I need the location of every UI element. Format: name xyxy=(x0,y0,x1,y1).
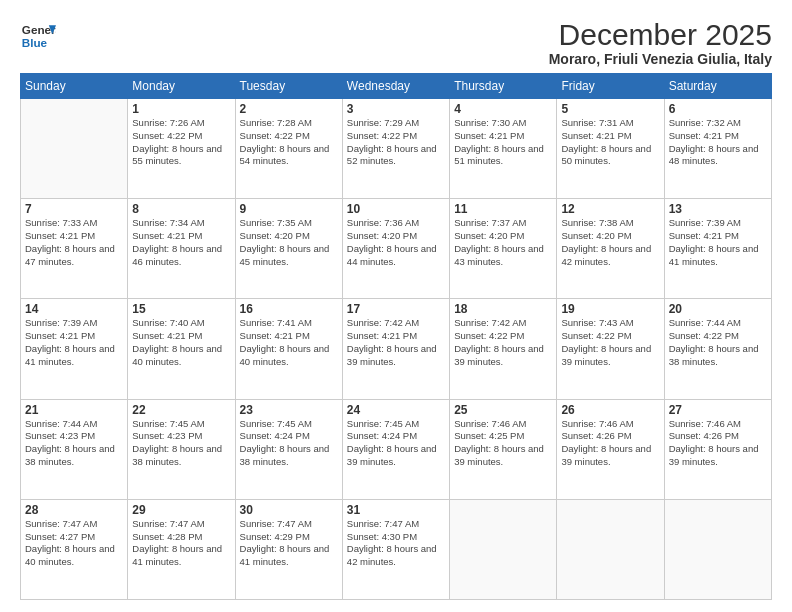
day-info: Sunrise: 7:45 AMSunset: 4:24 PMDaylight:… xyxy=(240,418,338,469)
day-number: 9 xyxy=(240,202,338,216)
table-row: 29Sunrise: 7:47 AMSunset: 4:28 PMDayligh… xyxy=(128,499,235,599)
sunset-text: Sunset: 4:21 PM xyxy=(669,230,767,243)
table-row: 8Sunrise: 7:34 AMSunset: 4:21 PMDaylight… xyxy=(128,199,235,299)
day-info: Sunrise: 7:44 AMSunset: 4:22 PMDaylight:… xyxy=(669,317,767,368)
day-info: Sunrise: 7:47 AMSunset: 4:27 PMDaylight:… xyxy=(25,518,123,569)
sunrise-text: Sunrise: 7:45 AM xyxy=(240,418,338,431)
day-info: Sunrise: 7:47 AMSunset: 4:29 PMDaylight:… xyxy=(240,518,338,569)
col-friday: Friday xyxy=(557,74,664,99)
daylight-text: Daylight: 8 hours and 41 minutes. xyxy=(132,543,230,569)
day-number: 29 xyxy=(132,503,230,517)
day-info: Sunrise: 7:46 AMSunset: 4:26 PMDaylight:… xyxy=(669,418,767,469)
table-row: 2Sunrise: 7:28 AMSunset: 4:22 PMDaylight… xyxy=(235,99,342,199)
daylight-text: Daylight: 8 hours and 51 minutes. xyxy=(454,143,552,169)
table-row: 20Sunrise: 7:44 AMSunset: 4:22 PMDayligh… xyxy=(664,299,771,399)
day-number: 27 xyxy=(669,403,767,417)
day-info: Sunrise: 7:40 AMSunset: 4:21 PMDaylight:… xyxy=(132,317,230,368)
col-wednesday: Wednesday xyxy=(342,74,449,99)
main-title: December 2025 xyxy=(549,18,772,51)
table-row: 26Sunrise: 7:46 AMSunset: 4:26 PMDayligh… xyxy=(557,399,664,499)
daylight-text: Daylight: 8 hours and 39 minutes. xyxy=(347,443,445,469)
day-info: Sunrise: 7:35 AMSunset: 4:20 PMDaylight:… xyxy=(240,217,338,268)
sunrise-text: Sunrise: 7:33 AM xyxy=(25,217,123,230)
table-row: 16Sunrise: 7:41 AMSunset: 4:21 PMDayligh… xyxy=(235,299,342,399)
calendar-week-0: 1Sunrise: 7:26 AMSunset: 4:22 PMDaylight… xyxy=(21,99,772,199)
sunrise-text: Sunrise: 7:47 AM xyxy=(347,518,445,531)
day-number: 12 xyxy=(561,202,659,216)
daylight-text: Daylight: 8 hours and 42 minutes. xyxy=(561,243,659,269)
sunset-text: Sunset: 4:22 PM xyxy=(561,330,659,343)
table-row xyxy=(450,499,557,599)
daylight-text: Daylight: 8 hours and 38 minutes. xyxy=(669,343,767,369)
sunrise-text: Sunrise: 7:38 AM xyxy=(561,217,659,230)
day-info: Sunrise: 7:32 AMSunset: 4:21 PMDaylight:… xyxy=(669,117,767,168)
daylight-text: Daylight: 8 hours and 46 minutes. xyxy=(132,243,230,269)
daylight-text: Daylight: 8 hours and 41 minutes. xyxy=(25,343,123,369)
sunset-text: Sunset: 4:23 PM xyxy=(132,430,230,443)
header: General Blue December 2025 Moraro, Friul… xyxy=(20,18,772,67)
day-number: 24 xyxy=(347,403,445,417)
sunset-text: Sunset: 4:23 PM xyxy=(25,430,123,443)
day-info: Sunrise: 7:45 AMSunset: 4:23 PMDaylight:… xyxy=(132,418,230,469)
sunset-text: Sunset: 4:20 PM xyxy=(347,230,445,243)
day-number: 19 xyxy=(561,302,659,316)
table-row: 25Sunrise: 7:46 AMSunset: 4:25 PMDayligh… xyxy=(450,399,557,499)
day-number: 14 xyxy=(25,302,123,316)
col-tuesday: Tuesday xyxy=(235,74,342,99)
day-info: Sunrise: 7:47 AMSunset: 4:28 PMDaylight:… xyxy=(132,518,230,569)
day-info: Sunrise: 7:34 AMSunset: 4:21 PMDaylight:… xyxy=(132,217,230,268)
day-info: Sunrise: 7:39 AMSunset: 4:21 PMDaylight:… xyxy=(669,217,767,268)
day-info: Sunrise: 7:45 AMSunset: 4:24 PMDaylight:… xyxy=(347,418,445,469)
table-row: 21Sunrise: 7:44 AMSunset: 4:23 PMDayligh… xyxy=(21,399,128,499)
daylight-text: Daylight: 8 hours and 39 minutes. xyxy=(561,343,659,369)
table-row: 1Sunrise: 7:26 AMSunset: 4:22 PMDaylight… xyxy=(128,99,235,199)
sunset-text: Sunset: 4:30 PM xyxy=(347,531,445,544)
table-row: 19Sunrise: 7:43 AMSunset: 4:22 PMDayligh… xyxy=(557,299,664,399)
day-info: Sunrise: 7:43 AMSunset: 4:22 PMDaylight:… xyxy=(561,317,659,368)
sunrise-text: Sunrise: 7:46 AM xyxy=(454,418,552,431)
sunrise-text: Sunrise: 7:40 AM xyxy=(132,317,230,330)
sunrise-text: Sunrise: 7:43 AM xyxy=(561,317,659,330)
day-info: Sunrise: 7:47 AMSunset: 4:30 PMDaylight:… xyxy=(347,518,445,569)
table-row: 7Sunrise: 7:33 AMSunset: 4:21 PMDaylight… xyxy=(21,199,128,299)
daylight-text: Daylight: 8 hours and 42 minutes. xyxy=(347,543,445,569)
day-info: Sunrise: 7:46 AMSunset: 4:25 PMDaylight:… xyxy=(454,418,552,469)
day-number: 8 xyxy=(132,202,230,216)
col-saturday: Saturday xyxy=(664,74,771,99)
table-row xyxy=(664,499,771,599)
sunset-text: Sunset: 4:21 PM xyxy=(347,330,445,343)
sunset-text: Sunset: 4:21 PM xyxy=(132,230,230,243)
sunrise-text: Sunrise: 7:47 AM xyxy=(132,518,230,531)
daylight-text: Daylight: 8 hours and 39 minutes. xyxy=(347,343,445,369)
day-info: Sunrise: 7:29 AMSunset: 4:22 PMDaylight:… xyxy=(347,117,445,168)
daylight-text: Daylight: 8 hours and 40 minutes. xyxy=(25,543,123,569)
day-number: 13 xyxy=(669,202,767,216)
sunrise-text: Sunrise: 7:34 AM xyxy=(132,217,230,230)
day-info: Sunrise: 7:38 AMSunset: 4:20 PMDaylight:… xyxy=(561,217,659,268)
daylight-text: Daylight: 8 hours and 39 minutes. xyxy=(454,343,552,369)
day-number: 20 xyxy=(669,302,767,316)
daylight-text: Daylight: 8 hours and 39 minutes. xyxy=(454,443,552,469)
day-number: 16 xyxy=(240,302,338,316)
daylight-text: Daylight: 8 hours and 38 minutes. xyxy=(132,443,230,469)
sunset-text: Sunset: 4:26 PM xyxy=(561,430,659,443)
daylight-text: Daylight: 8 hours and 44 minutes. xyxy=(347,243,445,269)
daylight-text: Daylight: 8 hours and 50 minutes. xyxy=(561,143,659,169)
sunrise-text: Sunrise: 7:29 AM xyxy=(347,117,445,130)
table-row: 17Sunrise: 7:42 AMSunset: 4:21 PMDayligh… xyxy=(342,299,449,399)
sunrise-text: Sunrise: 7:30 AM xyxy=(454,117,552,130)
table-row: 6Sunrise: 7:32 AMSunset: 4:21 PMDaylight… xyxy=(664,99,771,199)
day-info: Sunrise: 7:31 AMSunset: 4:21 PMDaylight:… xyxy=(561,117,659,168)
daylight-text: Daylight: 8 hours and 47 minutes. xyxy=(25,243,123,269)
calendar-week-2: 14Sunrise: 7:39 AMSunset: 4:21 PMDayligh… xyxy=(21,299,772,399)
daylight-text: Daylight: 8 hours and 55 minutes. xyxy=(132,143,230,169)
sunset-text: Sunset: 4:25 PM xyxy=(454,430,552,443)
daylight-text: Daylight: 8 hours and 40 minutes. xyxy=(240,343,338,369)
sunset-text: Sunset: 4:22 PM xyxy=(454,330,552,343)
table-row: 13Sunrise: 7:39 AMSunset: 4:21 PMDayligh… xyxy=(664,199,771,299)
daylight-text: Daylight: 8 hours and 41 minutes. xyxy=(669,243,767,269)
table-row: 15Sunrise: 7:40 AMSunset: 4:21 PMDayligh… xyxy=(128,299,235,399)
title-block: December 2025 Moraro, Friuli Venezia Giu… xyxy=(549,18,772,67)
sunrise-text: Sunrise: 7:46 AM xyxy=(669,418,767,431)
daylight-text: Daylight: 8 hours and 39 minutes. xyxy=(669,443,767,469)
